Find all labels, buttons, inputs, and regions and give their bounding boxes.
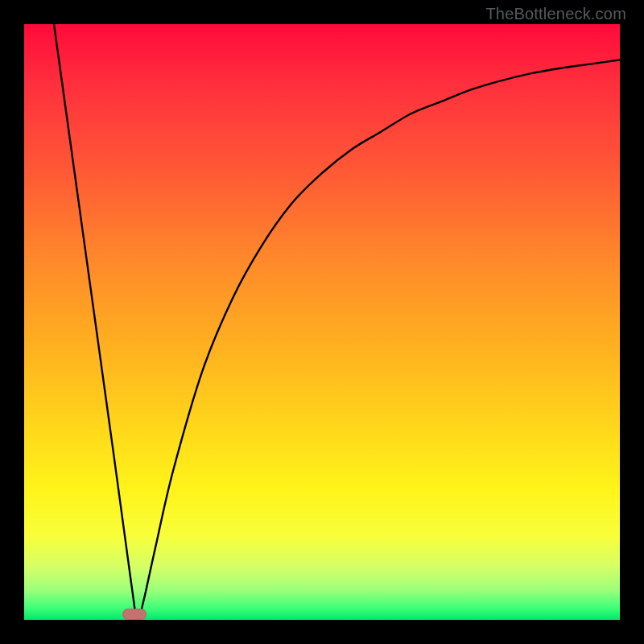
plot-area	[24, 24, 620, 620]
curve-layer	[24, 24, 620, 620]
bottleneck-curve	[54, 24, 620, 620]
watermark-text: TheBottleneck.com	[485, 5, 626, 23]
minimum-marker	[122, 609, 147, 620]
chart-frame: TheBottleneck.com	[0, 0, 644, 644]
